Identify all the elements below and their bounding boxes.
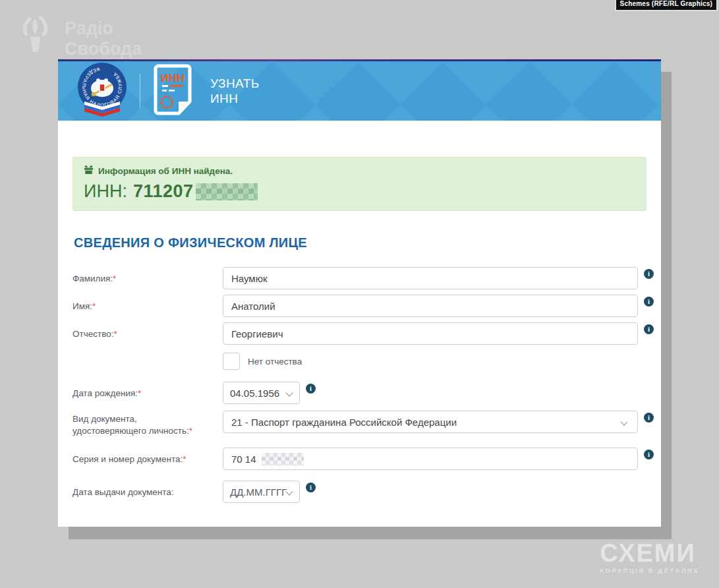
redacted-doc-number [262,453,304,465]
redacted-inn-digits [196,183,258,200]
surname-row: Фамилия:* i [72,267,647,289]
schemes-watermark: СХЕМИ КОРУПЦІЯ В ДЕТАЛЯХ [600,541,699,574]
doc-type-row: Вид документа, удостоверяющего личность:… [72,411,647,437]
patronymic-label: Отчество:* [72,322,223,345]
surname-label: Фамилия:* [72,267,223,289]
no-patronymic-checkbox[interactable] [223,353,240,370]
radio-svoboda-watermark: Радіо Свобода [13,13,142,59]
birth-date-row: Дата рождения:* 04.05.1956 i [72,382,647,404]
firstname-info-icon[interactable]: i [644,297,654,307]
patronymic-row: Отчество:* i [72,322,647,345]
firstname-input[interactable] [223,295,638,317]
doc-number-label: Серия и номер документа:* [72,448,223,470]
screen: Радіо Свобода Schemes (RFE/RL Graphics) … [0,0,719,588]
no-patronymic-label: Нет отчества [248,353,302,367]
chevron-down-icon [285,389,293,396]
header-divider [140,74,140,108]
inn-digits: 711207 [133,181,194,202]
firstname-row: Имя:* i [72,295,647,317]
credit-badge: Schemes (RFE/RL Graphics) [615,0,718,11]
schemes-subtitle: КОРУПЦІЯ В ДЕТАЛЯХ [600,567,699,574]
form-area: Информация об ИНН найдена. ИНН: 711207 С… [58,157,661,503]
torch-icon [13,13,59,59]
uznat-inn-window: ФЕДЕРАЛЬНАЯ НАЛОГОВАЯ СЛУЖБА [58,59,661,527]
doc-number-input[interactable]: 70 14 [223,448,638,470]
doc-icon-label: ИНН [161,72,185,84]
service-header: ФЕДЕРАЛЬНАЯ НАЛОГОВАЯ СЛУЖБА [58,61,661,121]
doc-type-info-icon[interactable]: i [644,413,654,423]
issue-date-row: Дата выдачи документа: ДД.ММ.ГГГГ i [72,481,647,503]
doc-type-label: Вид документа, удостоверяющего личность:… [72,411,223,437]
birth-date-select[interactable]: 04.05.1956 [223,382,300,404]
patronymic-info-icon[interactable]: i [644,324,654,334]
success-banner: Информация об ИНН найдена. ИНН: 711207 [72,157,647,211]
issue-date-info-icon[interactable]: i [306,483,316,492]
gift-icon [84,165,94,177]
inn-document-icon[interactable]: ИНН [154,64,192,118]
section-title: СВЕДЕНИЯ О ФИЗИЧЕСКОМ ЛИЦЕ [74,235,647,250]
surname-info-icon[interactable]: i [644,269,654,279]
fns-emblem[interactable]: ФЕДЕРАЛЬНАЯ НАЛОГОВАЯ СЛУЖБА [74,61,130,121]
schemes-title: СХЕМИ [600,541,699,566]
radio-svoboda-text: Радіо Свобода [65,18,142,59]
status-text: Информация об ИНН найдена. [98,166,233,176]
doc-number-row: Серия и номер документа:* 70 14 i [72,448,647,470]
birth-date-info-icon[interactable]: i [306,384,316,394]
issue-date-label: Дата выдачи документа: [72,481,223,503]
no-patronymic-row: Нет отчества [223,353,647,370]
chevron-down-icon [620,418,627,425]
surname-input[interactable] [223,267,638,289]
service-title: УЗНАТЬ ИНН [210,76,260,106]
doc-number-info-icon[interactable]: i [644,450,654,459]
patronymic-input[interactable] [223,322,638,345]
doc-type-select[interactable]: 21 - Паспорт гражданина Российской Федер… [223,411,638,433]
inn-label: ИНН: [84,181,127,202]
birth-date-label: Дата рождения:* [72,382,223,404]
firstname-label: Имя:* [72,295,223,317]
issue-date-select[interactable]: ДД.ММ.ГГГГ [223,481,300,503]
